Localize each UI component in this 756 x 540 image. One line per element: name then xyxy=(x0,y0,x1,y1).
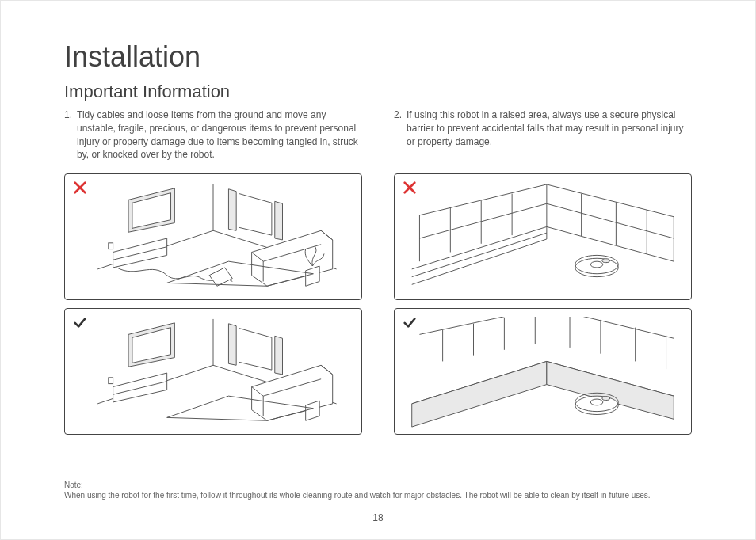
page-number: 18 xyxy=(1,512,755,523)
svg-marker-58 xyxy=(412,361,547,427)
check-icon xyxy=(403,315,417,329)
content-columns: 1. Tidy cables and loose items from the … xyxy=(64,108,692,443)
room-messy-scene xyxy=(74,182,352,295)
instruction-text: Tidy cables and loose items from the gro… xyxy=(77,108,362,164)
svg-line-48 xyxy=(419,317,546,334)
left-column: 1. Tidy cables and loose items from the … xyxy=(64,108,362,443)
svg-marker-20 xyxy=(275,336,283,375)
svg-marker-7 xyxy=(228,189,236,231)
balcony-barrier-scene xyxy=(404,317,682,429)
note-section: Note: When using the robot for the first… xyxy=(64,481,692,500)
check-icon xyxy=(73,315,87,329)
note-text: When using the robot for the first time,… xyxy=(64,491,692,500)
svg-line-27 xyxy=(412,226,547,268)
instruction-2: 2. If using this robot in a raised area,… xyxy=(394,108,692,164)
svg-rect-10 xyxy=(109,243,113,249)
manual-page: Installation Important Information 1. Ti… xyxy=(0,0,756,540)
room-tidy-scene xyxy=(74,317,352,429)
svg-line-49 xyxy=(547,317,674,338)
page-title: Installation xyxy=(64,40,692,74)
instruction-number: 2. xyxy=(394,108,402,164)
instruction-number: 1. xyxy=(64,108,72,164)
balcony-open-scene xyxy=(404,182,682,295)
cross-icon xyxy=(403,181,417,195)
svg-marker-8 xyxy=(275,201,283,240)
svg-marker-11 xyxy=(209,268,232,286)
svg-point-63 xyxy=(602,397,610,401)
svg-line-29 xyxy=(419,184,546,215)
cross-icon xyxy=(73,181,87,195)
instruction-text: If using this robot in a raised area, al… xyxy=(407,108,692,164)
section-heading: Important Information xyxy=(64,82,692,102)
right-column: 2. If using this robot in a raised area,… xyxy=(394,108,692,443)
illustration-balcony-wrong xyxy=(394,173,692,300)
illustration-balcony-correct xyxy=(394,308,692,435)
illustration-room-wrong xyxy=(64,173,362,300)
svg-marker-23 xyxy=(252,365,333,420)
svg-marker-19 xyxy=(228,324,236,366)
illustration-room-correct xyxy=(64,308,362,435)
svg-line-36 xyxy=(547,184,674,217)
instruction-1: 1. Tidy cables and loose items from the … xyxy=(64,108,362,164)
svg-line-28 xyxy=(547,226,674,261)
svg-rect-22 xyxy=(109,378,113,384)
note-label: Note: xyxy=(64,481,692,489)
svg-line-37 xyxy=(547,203,674,238)
svg-point-45 xyxy=(602,259,610,263)
svg-marker-12 xyxy=(252,230,333,286)
